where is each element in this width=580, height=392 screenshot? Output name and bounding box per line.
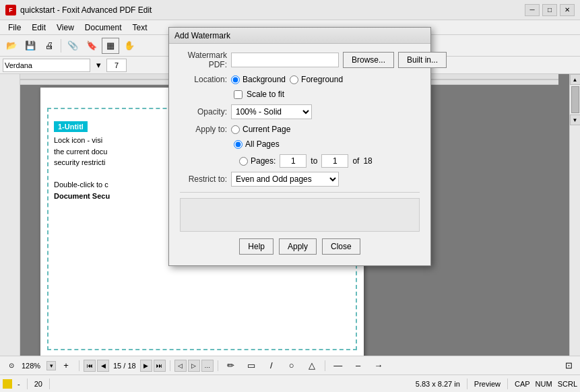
- window-controls: ─ □ ✕: [525, 4, 575, 16]
- num-text: NUM: [536, 380, 552, 388]
- add-watermark-dialog: Add Watermark Watermark PDF: Browse... B…: [168, 27, 431, 266]
- menu-text[interactable]: Text: [127, 22, 153, 34]
- status-dash: -: [15, 380, 23, 388]
- line-style2-btn[interactable]: –: [350, 358, 367, 374]
- restrict-row: Restrict to: Even and Odd pages Even pag…: [180, 172, 420, 187]
- attach-button[interactable]: 📎: [64, 38, 82, 54]
- opacity-select[interactable]: 100% - Solid 75% 50% 25%: [231, 104, 312, 119]
- dialog-title-bar: Add Watermark: [169, 28, 430, 44]
- status-sep3: [467, 379, 468, 389]
- scale-to-fit-checkbox[interactable]: [234, 90, 243, 99]
- stamp-ann-tool[interactable]: △: [303, 358, 321, 374]
- annotation-tools: ✏ ▭ / ○ △: [222, 358, 321, 374]
- foreground-radio[interactable]: [290, 75, 298, 84]
- status-sep2: [49, 379, 50, 389]
- hand-button[interactable]: ✋: [121, 38, 138, 54]
- prev-page-btn[interactable]: ◀: [97, 360, 109, 372]
- title-bar: F quickstart - Foxit Advanced PDF Edit ─…: [0, 0, 580, 20]
- bottom-sep4: [325, 360, 325, 371]
- pages-to-label: to: [311, 156, 317, 166]
- apply-button[interactable]: Apply: [279, 238, 317, 255]
- status-bar: - 20 5.83 x 8.27 in Preview CAP NUM SCRL: [0, 374, 580, 392]
- status-indicator: [3, 379, 12, 389]
- page-navigation: ⏮ ◀ 15 / 18 ▶ ⏭: [84, 360, 166, 372]
- location-row: Location: Background Foreground: [180, 75, 420, 84]
- first-page-btn[interactable]: ⏮: [84, 360, 96, 372]
- scroll-more-btn[interactable]: …: [201, 360, 214, 372]
- stamp-button[interactable]: 🔖: [83, 38, 100, 54]
- zoom-value: 128%: [22, 362, 45, 370]
- menu-view[interactable]: View: [51, 22, 79, 34]
- circle-tool[interactable]: ○: [283, 358, 300, 374]
- dialog-footer: Help Apply Close: [180, 238, 420, 257]
- current-page-radio-group: Current Page: [231, 125, 290, 134]
- browse-button[interactable]: Browse...: [343, 52, 394, 68]
- minimize-button[interactable]: ─: [525, 4, 540, 16]
- scroll-prev-btn[interactable]: ◁: [174, 360, 187, 372]
- zoom-box: ⊙ 128% ▾ +: [3, 358, 75, 374]
- zoom-in-btn[interactable]: +: [57, 358, 75, 374]
- watermark-pdf-label: Watermark PDF:: [180, 51, 227, 69]
- scroll-up-btn[interactable]: ▲: [570, 74, 581, 85]
- print-button[interactable]: 🖨: [40, 38, 58, 54]
- select-button[interactable]: ▦: [102, 38, 119, 54]
- next-page-btn[interactable]: ▶: [140, 360, 152, 372]
- scroll-next-btn[interactable]: ▷: [188, 360, 200, 372]
- restrict-select[interactable]: Even and Odd pages Even pages only Odd p…: [231, 172, 339, 187]
- builtin-button[interactable]: Built in...: [398, 52, 447, 68]
- app-title: quickstart - Foxit Advanced PDF Edit: [20, 5, 525, 15]
- close-button[interactable]: ✕: [560, 4, 575, 16]
- status-sep1: [27, 379, 28, 389]
- all-pages-radio[interactable]: [234, 140, 243, 149]
- foreground-label: Foreground: [301, 75, 343, 84]
- vertical-scrollbar[interactable]: ▲ ▼: [569, 74, 580, 356]
- save-button[interactable]: 💾: [22, 38, 39, 54]
- toolbar-sep1: [61, 39, 61, 53]
- position-text: 20: [32, 380, 45, 388]
- crop-tool[interactable]: ⊡: [560, 358, 577, 374]
- font-dropdown-btn[interactable]: ▾: [93, 57, 104, 73]
- pages-to-input[interactable]: [321, 154, 348, 168]
- menu-file[interactable]: File: [3, 22, 26, 34]
- last-page-btn[interactable]: ⏭: [154, 360, 166, 372]
- menu-document[interactable]: Document: [79, 22, 127, 34]
- help-button[interactable]: Help: [239, 238, 273, 255]
- line-style-btn[interactable]: —: [329, 358, 347, 374]
- left-ruler: [0, 74, 20, 356]
- open-button[interactable]: 📂: [3, 38, 20, 54]
- line-end-btn[interactable]: →: [370, 358, 387, 374]
- zoom-dropdown-btn[interactable]: ▾: [46, 361, 56, 370]
- background-radio-group: Background: [231, 75, 286, 84]
- scroll-down-btn[interactable]: ▼: [570, 115, 581, 125]
- opacity-label: Opacity:: [180, 107, 227, 117]
- maximize-button[interactable]: □: [542, 4, 557, 16]
- pages-of-label: of: [352, 156, 359, 166]
- font-size-input[interactable]: [106, 59, 127, 72]
- pencil-tool[interactable]: ✏: [222, 358, 240, 374]
- bottom-sep1: [79, 360, 79, 371]
- rect-tool[interactable]: ▭: [243, 358, 260, 374]
- watermark-pdf-input[interactable]: [231, 53, 339, 67]
- background-radio[interactable]: [231, 75, 240, 84]
- pages-row: Pages: to of 18: [193, 154, 420, 168]
- status-right: 5.83 x 8.27 in Preview CAP NUM SCRL: [416, 379, 577, 389]
- scroll-thumb[interactable]: [571, 86, 579, 113]
- page-indicator: 15 / 18: [110, 362, 139, 370]
- status-sep4: [507, 379, 508, 389]
- app-icon: F: [5, 5, 16, 15]
- background-label: Background: [243, 75, 286, 84]
- pages-from-input[interactable]: [280, 154, 307, 168]
- close-dialog-button[interactable]: Close: [322, 238, 360, 255]
- line-tool[interactable]: /: [263, 358, 280, 374]
- menu-edit[interactable]: Edit: [26, 22, 51, 34]
- font-name-input[interactable]: [3, 59, 90, 72]
- current-page-label: Current Page: [243, 125, 290, 134]
- dialog-title: Add Watermark: [174, 31, 425, 40]
- mode-text: Preview: [474, 380, 501, 388]
- pages-radio-group: Pages:: [239, 156, 276, 166]
- scrl-text: SCRL: [558, 380, 577, 388]
- current-page-radio[interactable]: [231, 125, 240, 134]
- pages-radio[interactable]: [239, 157, 248, 166]
- bottom-sep3: [218, 360, 218, 371]
- zoom-target-btn[interactable]: ⊙: [3, 358, 20, 374]
